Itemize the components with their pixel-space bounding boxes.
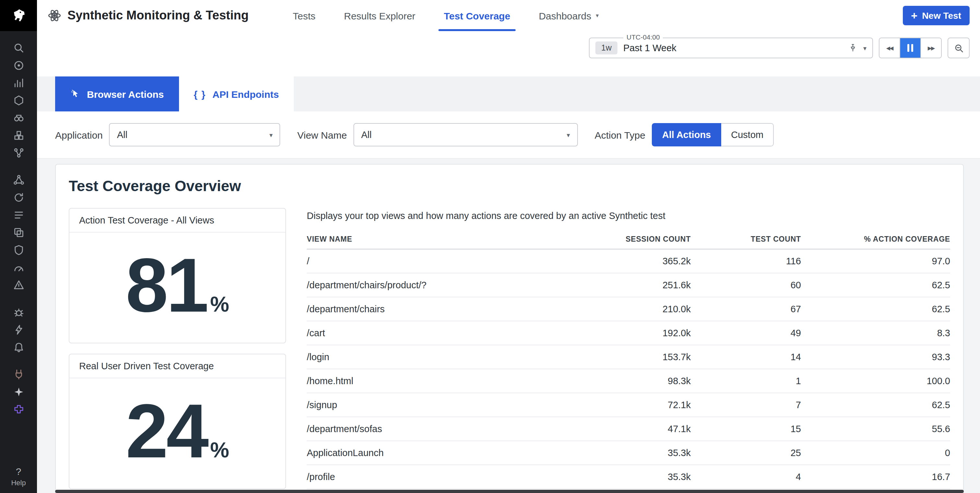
- metrics-icon[interactable]: [12, 76, 25, 89]
- value-cell: 365.2k: [568, 256, 691, 266]
- tab-api-endpoints[interactable]: { } API Endpoints: [179, 76, 294, 111]
- sidebar-icon-rail: [0, 31, 37, 466]
- new-test-label: New Test: [922, 10, 961, 21]
- zoom-out-button[interactable]: [948, 38, 970, 58]
- search-icon[interactable]: [12, 41, 25, 54]
- value-cell: 67: [691, 304, 801, 314]
- utc-offset-label: UTC-04:00: [623, 33, 663, 41]
- value-cell: 0: [801, 448, 950, 458]
- value-cell: 72.1k: [568, 400, 691, 410]
- nav-tests[interactable]: Tests: [278, 0, 330, 31]
- ci-cd-icon[interactable]: [12, 191, 25, 204]
- synthetics-icon[interactable]: [12, 306, 25, 319]
- infrastructure-icon[interactable]: [12, 94, 25, 107]
- time-range-picker[interactable]: UTC-04:00 1w Past 1 Week ▾: [589, 38, 873, 58]
- value-cell: 97.0: [801, 256, 950, 266]
- view-name-cell: /department/chairs: [307, 304, 568, 314]
- value-cell: 98.3k: [568, 376, 691, 386]
- kpi-card-all-views: Action Test Coverage - All Views 81 %: [69, 208, 286, 343]
- spacer: [37, 65, 980, 76]
- kpi-title: Action Test Coverage - All Views: [69, 209, 285, 233]
- table-row[interactable]: /cart192.0k498.3: [307, 321, 950, 345]
- page-body: Test Coverage Overview Action Test Cover…: [37, 159, 980, 493]
- security-icon[interactable]: [12, 244, 25, 257]
- new-test-button[interactable]: + New Test: [902, 6, 970, 25]
- value-cell: 100.0: [801, 376, 950, 386]
- coverage-tabstrip: Browser Actions { } API Endpoints: [37, 76, 980, 111]
- workflows-icon[interactable]: [12, 403, 25, 416]
- page-title: Synthetic Monitoring & Testing: [67, 8, 249, 23]
- table-row[interactable]: /profile35.3k416.7: [307, 465, 950, 489]
- table-row[interactable]: /department/chairs/product/?251.6k6062.5: [307, 273, 950, 297]
- value-cell: 16.7: [801, 472, 950, 482]
- test-coverage-card: Test Coverage Overview Action Test Cover…: [55, 164, 964, 493]
- value-cell: 35.3k: [568, 448, 691, 458]
- table-row[interactable]: /login153.7k1493.3: [307, 345, 950, 369]
- kpi-card-real-user: Real User Driven Test Coverage 24 %: [69, 354, 286, 489]
- table-row[interactable]: /department/sofas47.1k1555.6: [307, 417, 950, 441]
- synthetics-product-icon: [47, 8, 62, 23]
- chevron-down-icon[interactable]: ▾: [863, 44, 867, 51]
- application-select[interactable]: All ▾: [109, 123, 280, 146]
- view-name-cell: /login: [307, 352, 568, 362]
- value-cell: 210.0k: [568, 304, 691, 314]
- action-type-all-actions[interactable]: All Actions: [652, 123, 721, 146]
- value-cell: 60: [691, 280, 801, 290]
- column-header[interactable]: % ACTION COVERAGE: [801, 235, 950, 243]
- table-row[interactable]: ApplicationLaunch35.3k250: [307, 441, 950, 465]
- bits-ai-icon[interactable]: [12, 385, 25, 398]
- chevron-down-icon: ▾: [596, 12, 599, 19]
- nav-results-explorer[interactable]: Results Explorer: [330, 0, 430, 31]
- value-cell: 1: [691, 376, 801, 386]
- table-row[interactable]: /department/chairs210.0k6762.5: [307, 297, 950, 321]
- table-row[interactable]: /365.2k11697.0: [307, 249, 950, 273]
- table-row[interactable]: /home.html98.3k1100.0: [307, 369, 950, 393]
- rum-icon[interactable]: [12, 226, 25, 239]
- tab-label: Browser Actions: [87, 89, 164, 100]
- application-label: Application: [55, 129, 103, 140]
- column-header[interactable]: SESSION COUNT: [568, 235, 691, 243]
- value-cell: 93.3: [801, 352, 950, 362]
- section-title: Test Coverage Overview: [69, 178, 950, 195]
- help-icon[interactable]: ?: [11, 466, 25, 477]
- time-backward-button[interactable]: ◀◀: [880, 38, 900, 58]
- traces-icon[interactable]: [12, 146, 25, 159]
- tab-browser-actions[interactable]: Browser Actions: [55, 76, 179, 111]
- view-name-cell: /cart: [307, 328, 568, 338]
- monitors-icon[interactable]: [12, 279, 25, 292]
- logs-icon[interactable]: [12, 209, 25, 222]
- error-tracking-icon[interactable]: [12, 323, 25, 336]
- column-header[interactable]: TEST COUNT: [691, 235, 801, 243]
- value-cell: 55.6: [801, 424, 950, 434]
- value-cell: 15: [691, 424, 801, 434]
- dashboards-icon[interactable]: [12, 261, 25, 274]
- horizontal-scrollbar[interactable]: [55, 490, 964, 493]
- table-row[interactable]: /signup72.1k762.5: [307, 393, 950, 417]
- view-name-cell: /signup: [307, 400, 568, 410]
- pin-icon[interactable]: [848, 43, 858, 52]
- time-range-bar: UTC-04:00 1w Past 1 Week ▾ ◀◀ ▶▶: [37, 31, 980, 65]
- column-header[interactable]: VIEW NAME: [307, 235, 568, 243]
- watchdog-icon[interactable]: [12, 59, 25, 72]
- view-name-select[interactable]: All ▾: [353, 123, 578, 146]
- pause-button[interactable]: [900, 38, 920, 58]
- cursor-click-icon: [70, 89, 80, 99]
- sidebar-help[interactable]: ? Help: [11, 466, 25, 493]
- network-icon[interactable]: [12, 174, 25, 187]
- kpi-unit: %: [210, 292, 229, 317]
- action-type-custom[interactable]: Custom: [721, 123, 774, 146]
- integrations-icon[interactable]: [12, 368, 25, 381]
- table-description: Displays your top views and how many act…: [307, 211, 950, 221]
- nav-dashboards[interactable]: Dashboards▾: [524, 0, 613, 31]
- datadog-logo[interactable]: [0, 0, 37, 31]
- value-cell: 8.3: [801, 328, 950, 338]
- time-range-badge: 1w: [595, 41, 617, 54]
- incidents-icon[interactable]: [12, 341, 25, 354]
- time-forward-button[interactable]: ▶▶: [920, 38, 941, 58]
- nav-test-coverage[interactable]: Test Coverage: [430, 0, 525, 31]
- magnifier-minus-icon: [954, 43, 964, 53]
- service-catalog-icon[interactable]: [12, 129, 25, 142]
- application-value: All: [117, 130, 127, 140]
- apm-icon[interactable]: [12, 111, 25, 124]
- help-label: Help: [11, 479, 25, 487]
